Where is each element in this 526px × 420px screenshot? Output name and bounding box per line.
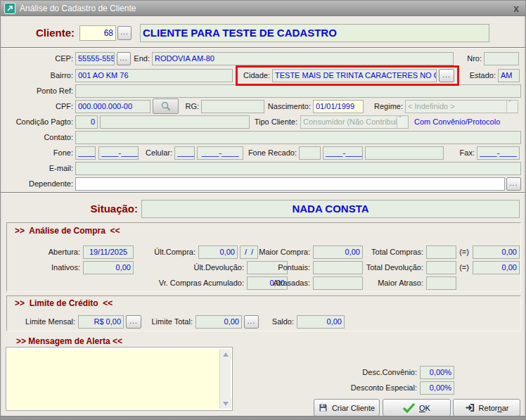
abertura-label: Abertura: [20,246,80,259]
nro-field[interactable] [484,52,519,65]
rg-label: RG: [181,100,199,113]
credit-limit-header: >> Limite de Crédito << [15,298,113,308]
dropdown-arrow-icon[interactable] [397,116,408,128]
fone-num-field[interactable]: ____-____ [98,146,139,160]
ponto-ref-label: Ponto Ref: [6,84,73,98]
separator [1,192,526,193]
ult-compra-label: Últ.Compra: [139,246,195,259]
regime-label: Regime: [371,100,403,113]
condicao-pagto-desc-field[interactable] [100,115,250,129]
equals-label: (=) [458,261,470,274]
check-icon [403,403,415,413]
exit-icon [465,403,475,412]
tipo-cliente-label: Tipo Cliente: [251,115,297,129]
alert-message-textarea[interactable] [8,349,231,409]
total-compras-field[interactable]: 0,00 [473,246,520,259]
pontuais-label: Pontuais: [254,261,310,274]
abertura-field[interactable]: 19/11/2025 [83,246,134,259]
fax-label: Fax: [458,146,475,160]
retornar-button[interactable]: Retornar [453,399,520,416]
dialog-window: Análise do Cadastro de Cliente x Cliente… [0,0,526,420]
limite-mensal-field[interactable]: R$ 0,00 [78,315,124,329]
nascimento-label: Nascimento: [264,100,311,113]
app-icon [4,3,15,14]
desc-convenio-label: Desc.Convênio: [338,366,417,379]
desconto-especial-label: Desconto Especial: [333,381,417,395]
limite-total-browse-button[interactable]: ... [244,315,259,329]
rg-field[interactable] [201,100,264,113]
desconto-especial-field[interactable]: 0,00% [420,381,454,395]
cep-field[interactable]: 55555-555 [75,52,115,65]
total-compras-qtd-field[interactable] [426,246,456,259]
fone-ddd-field[interactable]: ____ [75,146,96,160]
recado-ddd-field[interactable] [299,146,321,160]
alert-scrollbar[interactable] [219,349,231,409]
recado-num-field[interactable]: ____-____ [323,146,363,160]
celular-num-field[interactable]: ____-____ [197,146,243,160]
email-field[interactable] [75,162,521,175]
maior-compra-field[interactable]: 0,00 [313,246,363,259]
contato-field[interactable] [75,131,521,144]
total-devolucao-qtd-field[interactable] [426,261,456,274]
equals-label: (=) [458,246,470,259]
celular-label: Celular: [141,146,172,160]
end-field[interactable]: RODOVIA AM-80 [152,52,454,65]
maior-atraso-label: Maior Atraso: [360,276,423,290]
cidade-browse-button[interactable]: ... [439,69,454,82]
criar-cliente-button[interactable]: Criar Cliente [314,399,380,416]
pontuais-field[interactable] [313,261,363,274]
email-label: E-mail: [6,162,73,175]
client-code-field[interactable]: 68 [79,25,116,41]
client-name-field[interactable]: CLIENTE PARA TESTE DE CADASTRO [140,24,489,42]
condicao-pagto-field[interactable]: 0 [75,115,98,129]
close-icon[interactable]: x [513,1,519,15]
desc-convenio-field[interactable]: 0,00% [420,366,454,379]
maior-atraso-field[interactable] [426,276,456,290]
ponto-ref-field[interactable] [75,84,521,98]
ult-compra-field[interactable]: 0,00 [198,246,238,259]
end-label: End: [133,52,150,65]
nascimento-field[interactable]: 01/01/1999 [313,100,364,113]
dropdown-arrow-icon[interactable] [506,101,518,113]
celular-ddd-field[interactable]: ____ [174,146,195,160]
client-browse-button[interactable]: ... [117,26,132,40]
situacao-field: NADA CONSTA [141,200,520,218]
dependente-field[interactable] [75,177,505,191]
contato-label: Contato: [6,131,73,144]
regime-select[interactable]: < Indefinido > [405,100,518,113]
scroll-up-icon[interactable] [220,349,231,359]
scroll-down-icon[interactable] [220,398,231,409]
recado-contato-field[interactable] [365,146,444,160]
cep-browse-button[interactable]: ... [117,52,131,65]
dependente-browse-button[interactable]: ... [506,177,521,191]
search-icon [160,101,172,112]
criar-cliente-label: Criar Cliente [332,404,375,412]
window-title: Análise do Cadastro de Cliente [20,1,136,16]
cidade-field[interactable]: TESTE MAIS DE TRINTA CARACTERES NO CA [272,69,437,82]
fax-field[interactable]: ____-____ [477,146,520,160]
inativos-field[interactable]: 0,00 [83,261,134,274]
limite-total-label: Limite Total: [150,315,193,329]
ok-button[interactable]: OK [383,399,451,416]
fone-recado-label: Fone Recado: [246,146,297,160]
total-devolucao-field[interactable]: 0,00 [473,261,520,274]
limite-total-field[interactable]: 0,00 [195,315,242,329]
tipo-cliente-value: Consumidor (Não Contribuinte [303,117,408,126]
cpf-search-button[interactable] [153,98,179,114]
bairro-field[interactable]: 001 AO KM 76 [75,69,233,82]
saldo-field[interactable]: 0,00 [297,315,345,329]
atrasadas-field[interactable] [313,276,363,290]
limite-mensal-browse-button[interactable]: ... [126,315,141,329]
bairro-label: Bairro: [6,69,73,82]
alert-message-box [6,347,233,411]
separator [1,47,526,49]
cpf-label: CPF: [6,100,73,113]
saldo-label: Saldo: [266,315,294,329]
situacao-label: Situação: [68,200,138,218]
cpf-field[interactable]: 000.000.000-00 [75,100,150,113]
estado-field[interactable]: AM [498,69,520,82]
convenio-protocolo-link[interactable]: Com Convênio/Protocolo [414,115,500,129]
tipo-cliente-select[interactable]: Consumidor (Não Contribuinte [300,115,409,129]
limite-mensal-label: Limite Mensal: [19,315,75,329]
maior-compra-label: Maior Compra: [254,246,310,259]
